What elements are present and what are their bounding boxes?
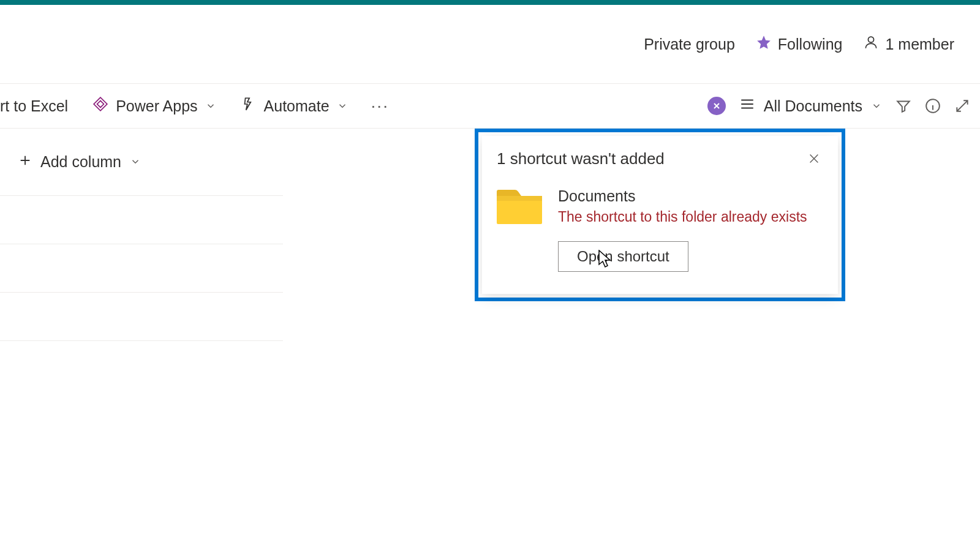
view-label: All Documents (764, 97, 862, 115)
add-column-label: Add column (40, 153, 121, 171)
export-label: rt to Excel (0, 97, 68, 115)
automate-button[interactable]: Automate (228, 84, 360, 128)
group-privacy-label: Private group (644, 36, 735, 53)
command-bar: rt to Excel Power Apps Automate ··· (0, 83, 980, 129)
notification-body: 1 shortcut wasn't added Documents The sh… (482, 136, 838, 294)
svg-rect-3 (497, 196, 542, 201)
add-column-button[interactable]: Add column (0, 129, 196, 195)
following-label: Following (778, 36, 843, 53)
command-bar-right: All Documents (707, 84, 970, 128)
suite-nav-bar (0, 0, 980, 5)
person-icon (863, 34, 879, 54)
view-selector[interactable]: All Documents (739, 96, 882, 116)
command-bar-left: rt to Excel Power Apps Automate ··· (0, 84, 400, 128)
star-icon (756, 34, 772, 54)
row-divider (0, 340, 283, 341)
close-button[interactable] (805, 149, 823, 170)
export-to-excel-button[interactable]: rt to Excel (0, 84, 80, 128)
power-apps-label: Power Apps (116, 97, 197, 115)
chevron-down-icon (871, 97, 882, 115)
list-icon (739, 96, 755, 116)
notification-item-title: Documents (558, 187, 807, 205)
power-apps-button[interactable]: Power Apps (80, 84, 228, 128)
filter-button[interactable] (895, 98, 911, 114)
member-count-label: 1 member (885, 36, 954, 53)
info-button[interactable] (925, 98, 941, 114)
chevron-down-icon (337, 97, 348, 115)
notification-title: 1 shortcut wasn't added (497, 149, 665, 168)
group-privacy: Private group (644, 36, 735, 53)
notification-header: 1 shortcut wasn't added (497, 149, 823, 170)
expand-button[interactable] (954, 98, 970, 114)
following-toggle[interactable]: Following (756, 34, 843, 54)
member-count[interactable]: 1 member (863, 34, 954, 54)
svg-point-0 (869, 37, 874, 42)
folder-icon (497, 190, 542, 227)
notification-item-message: The shortcut to this folder already exis… (558, 209, 807, 225)
more-commands-button[interactable]: ··· (360, 96, 400, 116)
clear-selection-button[interactable] (707, 97, 726, 115)
chevron-down-icon (130, 153, 141, 171)
notification-callout: 1 shortcut wasn't added Documents The sh… (475, 129, 845, 301)
chevron-down-icon (205, 97, 216, 115)
powerapps-icon (92, 96, 108, 116)
notification-text: Documents The shortcut to this folder al… (558, 187, 807, 272)
automate-label: Automate (264, 97, 330, 115)
automate-icon (241, 96, 257, 116)
site-header: Private group Following 1 member (0, 5, 980, 83)
open-shortcut-button[interactable]: Open shortcut (558, 241, 688, 272)
notification-content: Documents The shortcut to this folder al… (497, 187, 823, 272)
plus-icon (18, 153, 32, 171)
